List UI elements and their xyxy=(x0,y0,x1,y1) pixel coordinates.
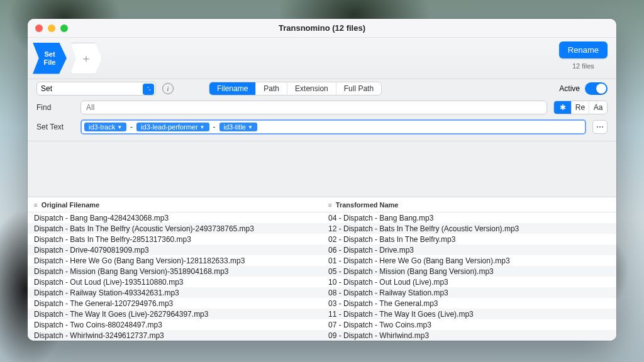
toolbar: Set File ＋ Rename 12 files xyxy=(28,38,616,79)
chevron-down-icon: ▼ xyxy=(248,124,253,130)
cell-original: Dispatch - The General-1207294976.mp3 xyxy=(28,299,322,308)
table-row[interactable]: Dispatch - Mission (Bang Bang Version)-3… xyxy=(28,266,616,277)
close-icon[interactable] xyxy=(35,25,43,32)
file-count-label: 12 files xyxy=(559,62,608,70)
cell-original: Dispatch - Bats In The Belfry (Acoustic … xyxy=(28,224,322,233)
separator-dash: - xyxy=(130,123,133,131)
zoom-icon[interactable] xyxy=(60,25,68,32)
action-select-value: Set xyxy=(41,84,52,93)
plus-icon: ＋ xyxy=(80,51,92,66)
table-row[interactable]: Dispatch - Whirlwind-3249612737.mp309 - … xyxy=(28,330,616,341)
cell-transformed: 03 - Dispatch - The General.mp3 xyxy=(322,299,616,308)
titlebar[interactable]: Transnomino (12 files) xyxy=(28,19,616,38)
add-step-button[interactable]: ＋ xyxy=(70,43,102,74)
sort-icon: ≡ xyxy=(34,202,38,209)
sort-icon: ≡ xyxy=(328,202,332,209)
results-table: ≡Original Filename ≡Transformed Name Dis… xyxy=(28,197,616,341)
scope-fullpath[interactable]: Full Path xyxy=(336,82,381,95)
scope-filename[interactable]: Filename xyxy=(209,82,256,95)
cell-original: Dispatch - Mission (Bang Bang Version)-3… xyxy=(28,267,322,276)
token-id3-performer[interactable]: id3-lead-performer▼ xyxy=(136,123,209,131)
col-transformed[interactable]: ≡Transformed Name xyxy=(322,201,616,209)
cell-transformed: 01 - Dispatch - Here We Go (Bang Bang Ve… xyxy=(322,256,616,265)
table-row[interactable]: Dispatch - Bats In The Belfry (Acoustic … xyxy=(28,223,616,234)
cell-original: Dispatch - Two Coins-880248497.mp3 xyxy=(28,321,322,329)
window-controls xyxy=(35,25,68,32)
cell-transformed: 08 - Dispatch - Railway Station.mp3 xyxy=(322,288,616,297)
table-body: Dispatch - Bang Bang-4284243068.mp304 - … xyxy=(28,212,616,341)
table-row[interactable]: Dispatch - Drive-4079081909.mp306 - Disp… xyxy=(28,244,616,255)
cell-original: Dispatch - Drive-4079081909.mp3 xyxy=(28,246,322,255)
mode-regex[interactable]: Re xyxy=(572,101,589,114)
active-toggle[interactable] xyxy=(585,82,608,95)
set-label: Set Text xyxy=(36,123,74,131)
mode-case[interactable]: Aa xyxy=(589,101,607,114)
cell-original: Dispatch - Here We Go (Bang Bang Version… xyxy=(28,256,322,265)
action-select[interactable]: Set xyxy=(36,82,156,96)
cell-transformed: 07 - Dispatch - Two Coins.mp3 xyxy=(322,321,616,329)
step-set-file[interactable]: Set File xyxy=(33,43,67,74)
cell-original: Dispatch - Bang Bang-4284243068.mp3 xyxy=(28,214,322,222)
window-title: Transnomino (12 files) xyxy=(28,23,616,33)
table-row[interactable]: Dispatch - Two Coins-880248497.mp307 - D… xyxy=(28,319,616,330)
chevron-down-icon: ▼ xyxy=(200,124,205,130)
chevron-down-icon: ▼ xyxy=(117,124,122,130)
spacer xyxy=(28,141,616,197)
set-text-input[interactable]: id3-track▼ - id3-lead-performer▼ - id3-t… xyxy=(80,119,586,134)
step-label: Set File xyxy=(44,50,56,66)
find-label: Find xyxy=(36,103,74,112)
cell-original: Dispatch - Out Loud (Live)-1935110880.mp… xyxy=(28,278,322,287)
controls-panel: Set i Filename Path Extension Full Path … xyxy=(28,79,616,141)
scope-path[interactable]: Path xyxy=(256,82,287,95)
cell-transformed: 04 - Dispatch - Bang Bang.mp3 xyxy=(322,214,616,222)
cell-transformed: 11 - Dispatch - The Way It Goes (Live).m… xyxy=(322,310,616,319)
separator-dash: - xyxy=(213,123,216,131)
info-icon[interactable]: i xyxy=(162,83,174,94)
insert-token-button[interactable]: ⋯ xyxy=(592,120,608,134)
app-window: Transnomino (12 files) Set File ＋ Rename… xyxy=(28,19,616,341)
cell-original: Dispatch - The Way It Goes (Live)-262796… xyxy=(28,310,322,319)
token-id3-title[interactable]: id3-title▼ xyxy=(219,123,257,131)
rename-button[interactable]: Rename xyxy=(559,41,608,58)
table-row[interactable]: Dispatch - The Way It Goes (Live)-262796… xyxy=(28,309,616,319)
table-row[interactable]: Dispatch - Out Loud (Live)-1935110880.mp… xyxy=(28,277,616,287)
minimize-icon[interactable] xyxy=(48,25,55,32)
table-row[interactable]: Dispatch - Bang Bang-4284243068.mp304 - … xyxy=(28,212,616,223)
chevron-updown-icon xyxy=(143,84,154,95)
cell-transformed: 12 - Dispatch - Bats In The Belfry (Acou… xyxy=(322,224,616,233)
cell-transformed: 02 - Dispatch - Bats In The Belfry.mp3 xyxy=(322,235,616,244)
cell-original: Dispatch - Whirlwind-3249612737.mp3 xyxy=(28,331,322,340)
cell-transformed: 05 - Dispatch - Mission (Bang Bang Versi… xyxy=(322,267,616,276)
token-id3-track[interactable]: id3-track▼ xyxy=(84,123,126,131)
scope-extension[interactable]: Extension xyxy=(287,82,336,95)
table-row[interactable]: Dispatch - Railway Station-493342631.mp3… xyxy=(28,287,616,298)
find-mode-segmented: ✱ Re Aa xyxy=(553,101,608,114)
cell-original: Dispatch - Bats In The Belfry-2851317360… xyxy=(28,235,322,244)
cell-transformed: 10 - Dispatch - Out Loud (Live).mp3 xyxy=(322,278,616,287)
table-row[interactable]: Dispatch - The General-1207294976.mp303 … xyxy=(28,298,616,309)
table-header: ≡Original Filename ≡Transformed Name xyxy=(28,197,616,212)
table-row[interactable]: Dispatch - Bats In The Belfry-2851317360… xyxy=(28,234,616,244)
active-label: Active xyxy=(559,84,580,93)
cell-transformed: 09 - Dispatch - Whirlwind.mp3 xyxy=(322,331,616,340)
col-original[interactable]: ≡Original Filename xyxy=(28,201,322,209)
scope-segmented: Filename Path Extension Full Path xyxy=(209,82,382,96)
cell-original: Dispatch - Railway Station-493342631.mp3 xyxy=(28,288,322,297)
find-input[interactable] xyxy=(80,101,547,114)
table-row[interactable]: Dispatch - Here We Go (Bang Bang Version… xyxy=(28,255,616,266)
mode-glob[interactable]: ✱ xyxy=(554,101,572,114)
cell-transformed: 06 - Dispatch - Drive.mp3 xyxy=(322,246,616,255)
